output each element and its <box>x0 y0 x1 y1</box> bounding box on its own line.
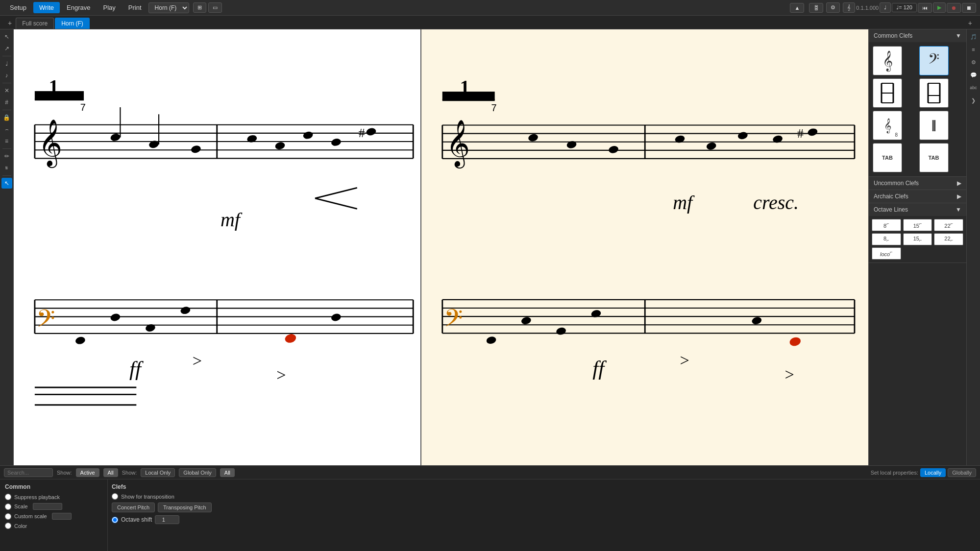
octave-8-up[interactable]: 8⌐ <box>872 219 901 231</box>
octave-15-up[interactable]: 15⌐ <box>903 219 932 231</box>
menu-print[interactable]: Print <box>122 2 147 13</box>
filter-active[interactable]: Active <box>76 468 99 477</box>
globally-btn[interactable]: Globally <box>948 468 976 477</box>
archaic-clefs-header[interactable]: Archaic Clefs ▶ <box>869 190 966 203</box>
lt-sharp[interactable]: # <box>1 97 12 108</box>
scale-label: Scale <box>14 503 28 509</box>
filter-all-1[interactable]: All <box>103 468 118 477</box>
filter-global-only[interactable]: Global Only <box>179 468 216 477</box>
octave-loco[interactable]: loco⌐ <box>872 247 901 260</box>
svg-text:cresc.: cresc. <box>753 192 799 214</box>
instrument-select[interactable]: Horn (F) <box>148 2 189 13</box>
fr-abc[interactable]: abc <box>968 82 979 93</box>
scale-radio[interactable] <box>5 503 11 510</box>
show-transposition-radio[interactable] <box>112 493 118 500</box>
mixer-btn[interactable]: 🎛 <box>809 3 823 13</box>
layout-btn-2[interactable]: ▭ <box>208 2 222 13</box>
lt-beam[interactable]: ≡ <box>1 136 12 146</box>
fr-comment[interactable]: 💬 <box>968 70 979 80</box>
transposition-section: Show for transposition Concert Pitch Tra… <box>112 493 976 524</box>
tenor-clef[interactable] <box>919 78 949 108</box>
locally-btn[interactable]: Locally <box>920 468 946 477</box>
clef-grid: 𝄞 𝄢 <box>873 46 962 172</box>
tab-add-left[interactable]: + <box>4 17 16 29</box>
lt-arrow[interactable]: ↖ <box>1 31 12 42</box>
menu-setup[interactable]: Setup <box>4 2 32 13</box>
archaic-clefs-expand[interactable]: ▶ <box>957 193 961 200</box>
octave-15-down[interactable]: 15⌐ <box>903 233 932 245</box>
collapse-btn[interactable]: ▲ <box>790 3 804 13</box>
tab-full-score[interactable]: Full score <box>16 18 54 29</box>
svg-point-39 <box>284 333 297 344</box>
octave-shift-input[interactable]: 1 <box>155 515 179 524</box>
common-clefs-collapse[interactable]: ▼ <box>956 32 961 39</box>
alto-clef[interactable] <box>873 78 902 108</box>
bass-clef[interactable]: 𝄢 <box>919 46 949 75</box>
menu-engrave[interactable]: Engrave <box>61 2 96 13</box>
archaic-clefs-title: Archaic Clefs <box>874 193 908 200</box>
fr-instrument[interactable]: 🎵 <box>968 31 979 42</box>
props-right: Clefs Show for transposition Concert Pit… <box>108 479 980 551</box>
tab-horn-f[interactable]: Horn (F) <box>55 18 90 29</box>
lt-pencil[interactable]: ✏ <box>1 151 12 162</box>
record-btn[interactable]: ⏺ <box>947 3 961 13</box>
perc-clef[interactable]: ‖ <box>919 111 949 140</box>
common-clefs-content: 𝄞 𝄢 <box>869 42 966 176</box>
octave-22-up[interactable]: 22⌐ <box>934 219 963 231</box>
svg-point-65 <box>737 131 748 140</box>
tab-clef[interactable]: TAB <box>873 143 902 172</box>
svg-text:mf: mf <box>220 209 243 231</box>
lt-voice[interactable]: 𝄋 <box>1 163 12 173</box>
rewind-btn[interactable]: ⏮ <box>918 3 932 13</box>
suppress-playback-radio[interactable] <box>5 494 11 500</box>
octave-lines-header[interactable]: Octave Lines ▼ <box>869 203 966 216</box>
svg-point-36 <box>110 313 121 322</box>
svg-point-13 <box>190 144 201 154</box>
svg-point-88 <box>751 316 762 325</box>
octave-8-down[interactable]: 8⌐ <box>872 233 901 245</box>
svg-text:>: > <box>193 351 202 370</box>
menu-write[interactable]: Write <box>33 2 60 13</box>
fr-expand[interactable]: ❯ <box>968 95 979 106</box>
menu-play[interactable]: Play <box>98 2 122 13</box>
treble-clef[interactable]: 𝄞 <box>873 46 902 75</box>
treble-8vb[interactable]: 𝄞8 <box>873 111 902 140</box>
note-icon: ♩ <box>880 2 891 13</box>
lt-slur[interactable]: ⌢ <box>1 124 12 135</box>
filter-all-2[interactable]: All <box>220 468 235 477</box>
properties-bar: Show: Active All Show: Local Only Global… <box>0 466 980 479</box>
svg-text:7: 7 <box>80 102 86 113</box>
play-btn[interactable]: ▶ <box>933 2 946 13</box>
lt-cursor[interactable]: ↗ <box>1 43 12 54</box>
layout-btn-1[interactable]: ⊞ <box>193 2 206 13</box>
stop-btn[interactable]: ⏹ <box>962 3 976 13</box>
filter-local-only[interactable]: Local Only <box>141 468 175 477</box>
concert-pitch-btn[interactable]: Concert Pitch <box>112 503 155 512</box>
lt-note1[interactable]: ♩ <box>1 58 12 69</box>
custom-scale-radio[interactable] <box>5 513 11 520</box>
tab-add-right[interactable]: + <box>964 17 976 29</box>
octave-shift-radio[interactable] <box>112 517 118 523</box>
lt-select[interactable]: ↖ <box>1 178 12 189</box>
octave-lines-expand[interactable]: ▼ <box>956 206 961 213</box>
svg-point-15 <box>274 141 286 150</box>
uncommon-clefs-expand[interactable]: ▶ <box>957 180 961 187</box>
settings-btn[interactable]: ⚙ <box>826 2 840 13</box>
lt-note2[interactable]: ♪ <box>1 70 12 81</box>
svg-point-87 <box>788 336 801 347</box>
search-input[interactable] <box>4 468 53 477</box>
octave-22-down[interactable]: 22⌐ <box>934 233 963 245</box>
tab-clef-2[interactable]: TAB <box>919 143 949 172</box>
lt-cross[interactable]: ✕ <box>1 85 12 96</box>
transposing-pitch-btn[interactable]: Transposing Pitch <box>158 503 212 512</box>
color-radio[interactable] <box>5 523 11 529</box>
fr-mixer[interactable]: ≡ <box>968 44 979 55</box>
color-label: Color <box>14 523 27 529</box>
svg-text:>: > <box>680 351 689 369</box>
lt-lock[interactable]: 🔒 <box>1 112 12 123</box>
notation-btn[interactable]: 𝄞 <box>843 2 855 13</box>
common-clefs-header[interactable]: Common Clefs ▼ <box>869 29 966 42</box>
svg-point-17 <box>330 138 342 147</box>
uncommon-clefs-header[interactable]: Uncommon Clefs ▶ <box>869 177 966 190</box>
fr-properties[interactable]: ⚙ <box>968 57 979 68</box>
